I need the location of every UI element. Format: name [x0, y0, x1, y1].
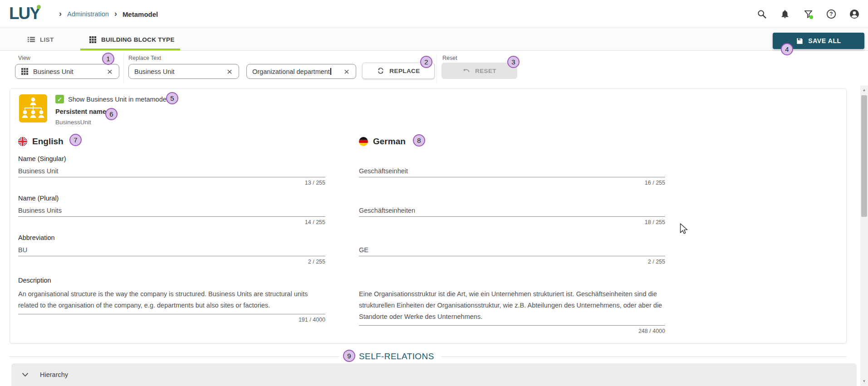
- breadcrumb-chevron-icon: ›: [114, 10, 117, 19]
- annotation-badge-9: 9: [343, 350, 355, 362]
- search-icon[interactable]: [756, 9, 767, 20]
- reset-button-disabled[interactable]: RESET: [441, 63, 517, 79]
- scrollbar-down-arrow[interactable]: ▼: [860, 379, 868, 383]
- clear-replace-to-icon[interactable]: ×: [343, 67, 350, 76]
- header-icon-group: ?: [756, 0, 860, 28]
- view-select-value: Business Unit: [33, 68, 102, 75]
- name-plural-de-input[interactable]: Geschäftseinheiten: [359, 206, 665, 217]
- app-header: LUY › Administration › Metamodel ?: [0, 0, 868, 28]
- field-row-name-singular-en: Name (Singular) Business Unit 13 / 255: [18, 155, 325, 187]
- annotation-badge-4: 4: [781, 43, 793, 55]
- field-row-abbreviation-de: GE 2 / 255: [359, 234, 665, 266]
- description-label: Description: [18, 277, 325, 285]
- abbreviation-de-input[interactable]: GE: [359, 246, 665, 256]
- name-plural-de-counter: 18 / 255: [359, 219, 665, 226]
- label-spacer: [359, 234, 665, 242]
- replace-button-label: REPLACE: [389, 68, 420, 74]
- name-singular-en-input[interactable]: Business Unit: [18, 167, 325, 177]
- show-in-metamodel-label: Show Business Unit in metamodel: [68, 96, 168, 103]
- tab-building-block-type[interactable]: BUILDING BLOCK TYPE: [89, 28, 175, 51]
- replace-text-label: Replace Text: [128, 55, 161, 61]
- scrollbar-thumb[interactable]: [861, 95, 867, 217]
- annotation-badge-7: 7: [69, 134, 82, 146]
- active-tab-underline: [80, 49, 180, 50]
- field-row-description-en: Description An organisational structure …: [18, 277, 325, 324]
- reset-field-label: Reset: [442, 55, 457, 61]
- replace-to-value: Organizational department: [252, 68, 338, 75]
- grid-apps-icon: [89, 36, 97, 44]
- abbreviation-de-counter: 2 / 255: [359, 259, 665, 266]
- scrollbar-up-arrow[interactable]: ▲: [860, 88, 868, 92]
- notifications-bell-icon[interactable]: [780, 9, 790, 20]
- help-icon[interactable]: ?: [826, 9, 837, 20]
- abbreviation-en-input[interactable]: BU: [18, 246, 325, 256]
- luy-logo-text: LUY: [9, 4, 40, 23]
- hierarchy-panel-label: Hierarchy: [40, 371, 68, 378]
- account-icon[interactable]: [849, 9, 860, 20]
- luy-logo-green-dot-icon: [37, 5, 41, 9]
- name-singular-de-counter: 16 / 255: [359, 180, 665, 187]
- description-en-textarea[interactable]: An organisational structure is the way t…: [18, 288, 325, 314]
- tab-list-label: LIST: [40, 36, 54, 43]
- german-title: German: [373, 137, 406, 147]
- tab-building-block-type-label: BUILDING BLOCK TYPE: [101, 36, 175, 43]
- undo-arrow-icon: [462, 67, 471, 75]
- building-block-type-card: ✓ Show Business Unit in metamodel Persis…: [10, 88, 847, 343]
- annotation-badge-2: 2: [420, 56, 432, 68]
- mouse-cursor: [680, 223, 689, 237]
- filter-funnel-icon[interactable]: [803, 9, 814, 20]
- annotation-badge-6: 6: [105, 108, 118, 120]
- bulleted-list-icon: [27, 35, 35, 44]
- name-plural-en-input[interactable]: Business Units: [18, 206, 325, 217]
- hierarchy-expansion-panel[interactable]: Hierarchy: [11, 363, 857, 386]
- clear-replace-from-icon[interactable]: ×: [226, 67, 233, 76]
- vertical-scrollbar[interactable]: ▲ ▼: [860, 85, 868, 386]
- show-in-metamodel-checkbox[interactable]: ✓: [55, 95, 64, 103]
- abbreviation-label: Abbreviation: [18, 234, 325, 242]
- grid-apps-icon: [21, 68, 29, 75]
- self-relations-title: SELF-RELATIONS: [359, 352, 434, 362]
- filter-toolbar: View Business Unit × Replace Text Busine…: [0, 51, 868, 87]
- name-plural-label: Name (Plural): [18, 195, 325, 203]
- tab-list[interactable]: LIST: [27, 28, 54, 51]
- replace-to-input[interactable]: Organizational department ×: [246, 64, 356, 79]
- uk-flag-icon: [18, 137, 27, 146]
- annotation-badge-8: 8: [413, 134, 425, 147]
- description-de-counter: 248 / 4000: [359, 328, 665, 335]
- section-divider: [441, 357, 847, 357]
- breadcrumb: › Administration › Metamodel: [59, 0, 158, 28]
- name-singular-de-input[interactable]: Geschäftseinheit: [359, 167, 665, 177]
- field-row-name-singular-de: Geschäftseinheit 16 / 255: [359, 155, 665, 187]
- section-divider: [10, 357, 339, 357]
- description-de-textarea[interactable]: Eine Organisationsstruktur ist die Art, …: [359, 288, 665, 326]
- field-row-description-de: Eine Organisationsstruktur ist die Art, …: [359, 277, 665, 335]
- english-column: English Name (Singular) Business Unit 13…: [18, 136, 325, 324]
- chevron-down-icon: [22, 373, 28, 377]
- breadcrumb-administration-link[interactable]: Administration: [67, 10, 109, 18]
- view-select-field[interactable]: Business Unit ×: [15, 64, 119, 79]
- annotation-badge-5: 5: [166, 92, 178, 104]
- circular-arrows-icon: [377, 67, 385, 75]
- abbreviation-en-counter: 2 / 255: [18, 259, 325, 266]
- name-singular-en-counter: 13 / 255: [18, 180, 325, 187]
- tab-bar: LIST BUILDING BLOCK TYPE: [0, 28, 868, 51]
- luy-logo[interactable]: LUY: [9, 4, 40, 23]
- reset-button-label: RESET: [475, 68, 496, 74]
- filter-group-divider: [123, 54, 124, 83]
- annotation-badge-1: 1: [102, 53, 114, 65]
- english-title: English: [32, 137, 64, 147]
- label-spacer: [359, 195, 665, 203]
- persistent-name-value: BusinessUnit: [55, 119, 91, 126]
- replace-from-input[interactable]: Business Unit ×: [128, 64, 239, 79]
- english-header: English: [18, 136, 325, 147]
- name-plural-en-counter: 14 / 255: [18, 219, 325, 226]
- field-row-abbreviation-en: Abbreviation BU 2 / 255: [18, 234, 325, 266]
- self-relations-section: SELF-RELATIONS: [10, 347, 847, 366]
- filter-group-divider: [436, 54, 437, 83]
- label-spacer: [359, 277, 665, 285]
- field-row-name-plural-de: Geschäftseinheiten 18 / 255: [359, 195, 665, 226]
- name-singular-label: Name (Singular): [18, 155, 325, 163]
- clear-view-icon[interactable]: ×: [106, 67, 113, 76]
- annotation-badge-3: 3: [507, 56, 520, 68]
- german-header: German: [359, 136, 665, 147]
